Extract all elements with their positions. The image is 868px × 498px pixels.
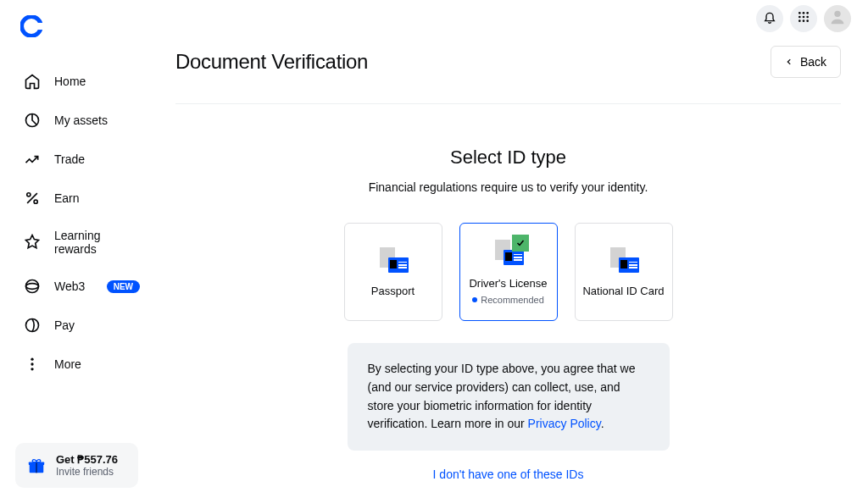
page-title: Document Verification xyxy=(175,50,368,74)
nav-label: Web3 xyxy=(54,279,85,293)
main: Document Verification Back Select ID typ… xyxy=(148,0,868,498)
nav-label: More xyxy=(54,357,81,371)
nav-earn[interactable]: Earn xyxy=(15,180,148,217)
pay-icon xyxy=(24,317,41,334)
apps-button[interactable] xyxy=(790,5,817,32)
svg-point-19 xyxy=(806,16,809,19)
verify-subtitle: Financial regulations require us to veri… xyxy=(178,180,839,194)
svg-point-21 xyxy=(803,19,805,22)
topbar xyxy=(148,0,868,37)
back-button[interactable]: Back xyxy=(771,46,841,78)
passport-label: Passport xyxy=(371,285,415,297)
svg-point-16 xyxy=(806,12,809,14)
svg-point-9 xyxy=(31,362,33,365)
drivers-icon xyxy=(493,240,524,265)
trade-icon xyxy=(24,151,41,168)
disclaimer-end: . xyxy=(601,417,604,430)
nav-label: Trade xyxy=(54,152,85,166)
check-icon xyxy=(512,235,529,252)
nav-assets[interactable]: My assets xyxy=(15,102,148,139)
svg-point-5 xyxy=(26,280,39,293)
invite-box[interactable]: Get ₱557.76 Invite friends xyxy=(15,443,138,488)
national-label: National ID Card xyxy=(582,285,664,297)
nav-home[interactable]: Home xyxy=(15,63,148,100)
logo[interactable] xyxy=(20,15,42,37)
svg-point-20 xyxy=(798,19,801,22)
recommended-badge: Recommended xyxy=(472,295,544,305)
sidebar: Home My assets Trade Earn Learning rewar… xyxy=(0,0,148,498)
nav-label: Learning rewards xyxy=(54,229,140,256)
svg-point-7 xyxy=(26,319,39,332)
web3-icon xyxy=(24,278,41,295)
svg-point-3 xyxy=(27,193,31,196)
avatar[interactable] xyxy=(824,5,851,32)
svg-point-17 xyxy=(798,16,801,19)
svg-point-15 xyxy=(803,12,805,14)
bell-icon xyxy=(763,10,776,27)
pie-icon xyxy=(24,112,41,129)
nav-web3[interactable]: Web3 NEW xyxy=(15,268,148,305)
id-type-cards: Passport Driver's License Recommended xyxy=(178,223,839,321)
svg-point-8 xyxy=(31,358,33,361)
passport-icon xyxy=(378,247,409,273)
home-icon xyxy=(24,73,41,90)
person-icon xyxy=(828,8,847,30)
disclaimer: By selecting your ID type above, you agr… xyxy=(348,343,670,451)
nav-label: My assets xyxy=(54,113,108,127)
nav: Home My assets Trade Earn Learning rewar… xyxy=(15,63,148,383)
card-drivers-license[interactable]: Driver's License Recommended xyxy=(459,223,558,321)
invite-subtitle: Invite friends xyxy=(56,466,118,478)
rewards-icon xyxy=(24,234,41,251)
svg-rect-1 xyxy=(33,23,42,30)
svg-rect-13 xyxy=(36,462,37,473)
svg-point-4 xyxy=(34,200,37,203)
chevron-left-icon xyxy=(785,55,793,69)
nav-more[interactable]: More xyxy=(15,346,148,383)
svg-point-18 xyxy=(803,16,805,19)
apps-icon xyxy=(797,10,810,27)
nav-pay[interactable]: Pay xyxy=(15,307,148,344)
gift-icon xyxy=(27,456,46,475)
page-head: Document Verification Back xyxy=(175,46,841,104)
nav-trade[interactable]: Trade xyxy=(15,141,148,178)
card-national-id[interactable]: National ID Card xyxy=(575,223,673,321)
svg-point-10 xyxy=(31,368,33,370)
svg-point-14 xyxy=(798,12,801,14)
nav-learning[interactable]: Learning rewards xyxy=(15,219,148,266)
svg-point-6 xyxy=(26,284,39,290)
back-label: Back xyxy=(800,55,826,69)
verify-heading: Select ID type xyxy=(178,147,839,169)
privacy-policy-link[interactable]: Privacy Policy xyxy=(528,417,601,430)
no-id-link[interactable]: I don't have one of these IDs xyxy=(178,468,839,481)
svg-point-22 xyxy=(806,19,809,22)
drivers-label: Driver's License xyxy=(469,277,547,290)
verify-body: Select ID type Financial regulations req… xyxy=(178,104,839,481)
national-icon xyxy=(609,247,639,273)
nav-label: Home xyxy=(54,75,86,88)
dot-icon xyxy=(472,297,477,302)
content: Document Verification Back Select ID typ… xyxy=(148,37,868,498)
new-badge: NEW xyxy=(107,280,140,293)
notifications-button[interactable] xyxy=(756,5,783,32)
more-icon xyxy=(24,356,41,373)
nav-label: Pay xyxy=(54,318,75,332)
card-passport[interactable]: Passport xyxy=(344,223,442,321)
invite-title: Get ₱557.76 xyxy=(56,453,118,466)
percent-icon xyxy=(24,190,41,207)
svg-point-23 xyxy=(834,11,840,17)
nav-label: Earn xyxy=(54,191,80,205)
